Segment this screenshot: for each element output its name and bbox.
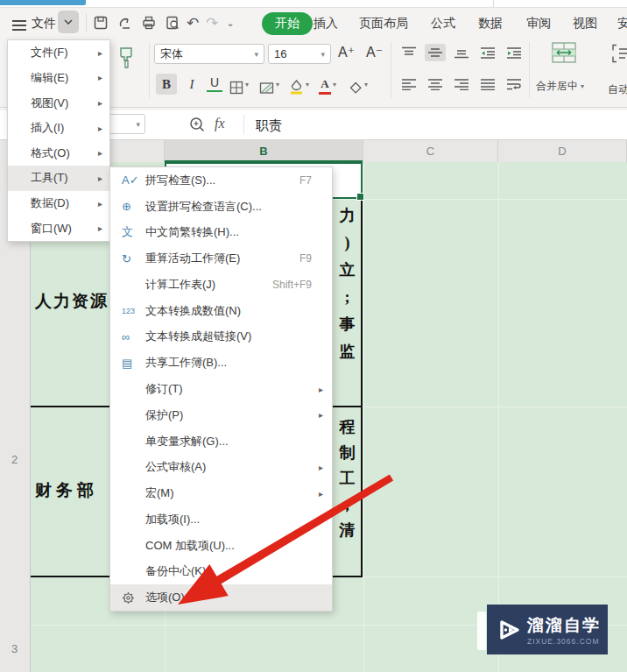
undo-button[interactable]: ↶: [183, 13, 202, 32]
submenu-item-goal-seek[interactable]: 单变量求解(G)...: [110, 428, 332, 455]
active-document-tab[interactable]: [0, 0, 86, 5]
cell-a3[interactable]: 财务部: [35, 479, 98, 502]
chinese-convert-icon: 文: [122, 224, 145, 240]
cell-a2[interactable]: 人力资源: [35, 290, 109, 313]
menu-item-format[interactable]: 格式(O)▸: [8, 141, 109, 166]
underline-button[interactable]: U: [207, 74, 222, 92]
submenu-item-chinese-conversion[interactable]: 文中文简繁转换(H)...: [110, 220, 332, 246]
menu-item-data[interactable]: 数据(D)▸: [8, 191, 109, 216]
column-header-c[interactable]: C: [363, 140, 498, 162]
gear-icon: [122, 591, 135, 605]
customize-toolbar-chevron[interactable]: ⌄: [221, 13, 240, 32]
submenu-item-share-workbook[interactable]: ▤共享工作簿(B)...: [110, 350, 332, 376]
font-name-select[interactable]: 宋体 ▾: [154, 44, 264, 64]
align-middle-button[interactable]: [425, 44, 446, 61]
print-button[interactable]: [139, 13, 159, 32]
tab-page-layout[interactable]: 页面布局: [359, 12, 408, 35]
tab-view[interactable]: 视图: [573, 12, 597, 35]
submenu-item-spellcheck[interactable]: A✓拼写检查(S)...F7: [110, 167, 332, 194]
submenu-arrow-icon: ▸: [316, 410, 323, 420]
print-preview-button[interactable]: [163, 13, 182, 32]
row-header-3[interactable]: 3: [0, 642, 29, 655]
justify-icon: [480, 78, 496, 90]
submenu-arrow-icon: ▸: [95, 73, 102, 82]
submenu-item-text-to-hyperlink[interactable]: ∞文本转换成超链接(V): [110, 324, 332, 350]
submenu-item-macro[interactable]: 宏(M)▸: [110, 480, 332, 506]
decrease-indent-button[interactable]: [477, 44, 498, 61]
submenu-item-options[interactable]: 选项(O)...: [110, 584, 332, 611]
justify-button[interactable]: [477, 75, 498, 93]
increase-indent-button[interactable]: [504, 44, 525, 61]
font-size-select[interactable]: 16 ▾: [268, 44, 331, 64]
fill-color-icon: [289, 79, 304, 95]
column-header-d[interactable]: D: [498, 140, 627, 162]
format-painter-icon[interactable]: [116, 46, 138, 70]
align-right-button[interactable]: [451, 75, 472, 93]
fill-handle[interactable]: [356, 193, 364, 201]
submenu-item-recalculate-workbook[interactable]: ↻重算活动工作簿(E)F9: [110, 245, 332, 272]
submenu-item-backup-center[interactable]: 备份中心(K): [110, 558, 332, 584]
eraser-icon: [349, 81, 363, 95]
submenu-item-spellcheck-language[interactable]: ⊕设置拼写检查语言(C)...: [110, 194, 332, 220]
print-preview-icon: [165, 15, 180, 31]
merge-center-label[interactable]: 合并居中 ▾: [536, 79, 584, 94]
hamburger-menu-icon[interactable]: [12, 20, 26, 31]
menu-item-view[interactable]: 视图(V)▸: [8, 90, 109, 116]
cell-b2-text-fragment[interactable]: 力 ) 立 ; 事 监: [333, 202, 362, 365]
align-bottom-button[interactable]: [451, 44, 472, 61]
submenu-item-addins[interactable]: 加载项(I)...: [110, 506, 332, 533]
tab-insert[interactable]: 插入: [314, 12, 338, 35]
menu-item-edit[interactable]: 编辑(E)▸: [8, 66, 109, 91]
tab-review[interactable]: 审阅: [526, 12, 551, 35]
menu-item-tools[interactable]: 工具(T)▸: [8, 166, 109, 191]
align-left-button[interactable]: [398, 75, 419, 93]
tab-formulas[interactable]: 公式: [431, 12, 455, 35]
fx-label[interactable]: fx: [215, 116, 225, 131]
font-size-value: 16: [274, 47, 286, 60]
file-menu-button[interactable]: 文件: [32, 16, 56, 32]
row-header-2[interactable]: 2: [0, 453, 29, 466]
increase-font-button[interactable]: A⁺: [338, 44, 355, 60]
fill-color-button[interactable]: ▾: [289, 74, 309, 95]
tab-security[interactable]: 安: [617, 12, 627, 35]
shading-button[interactable]: ▾: [259, 74, 279, 95]
redo-button[interactable]: ↷: [202, 13, 222, 32]
submenu-item-text-to-number[interactable]: 123文本转换成数值(N): [110, 298, 332, 324]
align-left-icon: [401, 78, 417, 90]
merge-center-button[interactable]: [552, 42, 576, 67]
submenu-item-formula-audit[interactable]: 公式审核(A)▸: [110, 454, 332, 480]
align-top-button[interactable]: [398, 44, 419, 61]
cell-b3-text-fragment[interactable]: 程 制 工 ， 清: [333, 414, 362, 544]
formula-value[interactable]: 职责: [256, 117, 282, 134]
font-color-button[interactable]: A ▾: [319, 74, 336, 95]
submenu-item-protect[interactable]: 保护(P)▸: [110, 402, 332, 428]
zoom-formula-icon[interactable]: [189, 117, 207, 134]
auto-label-fragment[interactable]: 自动: [608, 82, 627, 97]
submenu-arrow-icon: ▸: [95, 148, 102, 158]
menu-item-window[interactable]: 窗口(W)▸: [8, 216, 109, 241]
gridline: [363, 162, 364, 672]
share-workbook-icon: ▤: [122, 357, 145, 370]
submenu-item-revisions[interactable]: 修订(T)▸: [110, 376, 332, 402]
eraser-button[interactable]: ▾: [349, 74, 368, 95]
auto-wrap-button[interactable]: [611, 44, 627, 67]
text-to-hyperlink-icon: ∞: [122, 330, 145, 343]
export-pdf-button[interactable]: [116, 13, 135, 32]
tab-home[interactable]: 开始: [262, 12, 313, 35]
submenu-item-calculate-sheet[interactable]: 计算工作表(J)Shift+F9: [110, 272, 332, 298]
decrease-font-button[interactable]: A⁻: [366, 44, 383, 60]
borders-button[interactable]: ▾: [229, 74, 249, 95]
bold-button[interactable]: B: [156, 74, 177, 95]
italic-button[interactable]: I: [184, 74, 200, 95]
file-menu-chevron-button[interactable]: [58, 11, 79, 33]
menu-item-file[interactable]: 文件(F)▸: [8, 40, 109, 66]
menu-item-insert[interactable]: 插入(I)▸: [8, 116, 109, 141]
tab-data[interactable]: 数据: [478, 12, 503, 35]
submenu-item-com-addins[interactable]: COM 加载项(U)...: [110, 533, 332, 559]
wrap-text-button[interactable]: [504, 75, 525, 93]
font-name-value: 宋体: [160, 46, 183, 62]
column-header-b[interactable]: B: [165, 140, 363, 162]
align-center-button[interactable]: [425, 75, 446, 93]
submenu-arrow-icon: ▸: [95, 173, 102, 183]
save-button[interactable]: [91, 13, 110, 32]
